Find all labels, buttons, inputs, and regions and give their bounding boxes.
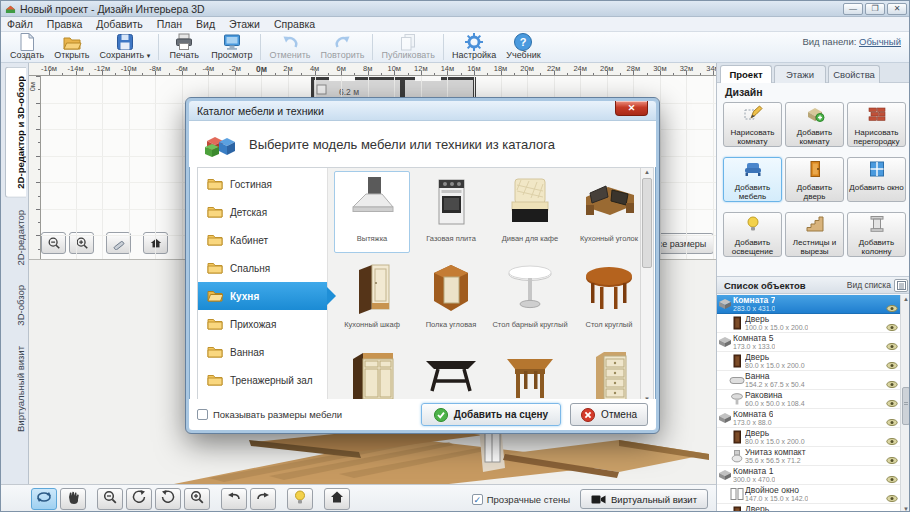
category-Детская[interactable]: Детская — [198, 198, 327, 226]
menu-Файл[interactable]: Файл — [7, 18, 33, 30]
design-draw-partition-button[interactable]: Нарисовать перегородку — [847, 102, 906, 147]
visibility-eye-icon[interactable] — [886, 508, 898, 512]
object-row[interactable]: Ванна 154.2 x 67.5 x 50.4 — [717, 371, 910, 390]
view-tab[interactable]: Виртуальный визит — [5, 338, 26, 440]
view-tab[interactable]: 3D-обзор — [5, 277, 26, 334]
category-Кухня[interactable]: Кухня — [198, 282, 327, 310]
design-section-title: Дизайн — [725, 86, 906, 98]
object-row[interactable]: Унитаз компакт 35.6 x 56.5 x 71.2 — [717, 447, 910, 466]
tool-zoom-in-button[interactable] — [184, 488, 210, 510]
toolbar-preview-button[interactable]: Просмотр — [206, 33, 257, 62]
object-row[interactable]: Комната 1 300.0 x 470.0 — [717, 466, 910, 485]
toolbar-tutorial-button[interactable]: ? Учебник — [501, 33, 545, 62]
category-Кабинет[interactable]: Кабинет — [198, 226, 327, 254]
add-to-scene-button[interactable]: Добавить на сцену — [421, 403, 561, 426]
category-Прихожая[interactable]: Прихожая — [198, 310, 327, 338]
tool-light-button[interactable] — [287, 488, 313, 510]
catalog-item[interactable] — [413, 343, 489, 401]
tool-home-button[interactable] — [324, 488, 350, 510]
folder-icon — [207, 177, 230, 192]
design-add-column-button[interactable]: Добавить колонну — [847, 212, 906, 257]
design-add-room-button[interactable]: Добавить комнату — [785, 102, 844, 147]
toolbar-separator — [158, 34, 159, 60]
menu-Этажи[interactable]: Этажи — [229, 18, 260, 30]
catalog-item[interactable]: Стол барный круглый — [492, 257, 568, 339]
object-row[interactable]: Двойное окно 147.0 x 15.0 x 142.0 — [717, 485, 910, 504]
toolbar-settings-button[interactable]: Настройка — [447, 33, 501, 62]
catalog-item[interactable]: Газовая плита — [413, 171, 489, 253]
catalog-item[interactable]: Кухонный уголок — [571, 171, 647, 253]
object-row[interactable]: Раковина 60.0 x 50.0 x 108.4 — [717, 390, 910, 409]
objects-list: Комната 7 283.0 x 431.0 Дверь 100.0 x 15… — [717, 295, 910, 512]
design-draw-room-button[interactable]: Нарисовать комнату — [723, 102, 782, 147]
items-scrollbar-thumb[interactable] — [642, 178, 652, 268]
catalog-item[interactable]: Кухонный шкаф — [334, 257, 410, 339]
menu-Добавить[interactable]: Добавить — [96, 18, 142, 30]
objects-list-scrollbar[interactable]: ▲ ▼ — [900, 295, 910, 512]
view-tab[interactable]: 2D-редактор — [5, 202, 26, 274]
toolbar-print-button[interactable]: Печать — [162, 33, 206, 62]
cafe-sofa-thumb — [499, 175, 561, 231]
cancel-button[interactable]: Отмена — [570, 403, 648, 426]
tool-zoom-out-button[interactable] — [97, 488, 123, 510]
catalog-item[interactable] — [334, 343, 410, 401]
tab-Этажи[interactable]: Этажи — [774, 65, 826, 83]
design-stairs-button[interactable]: Лестницы и вырезы — [785, 212, 844, 257]
transparent-walls-label: Прозрачные стены — [487, 494, 570, 505]
catalog-item[interactable]: Диван для кафе — [492, 171, 568, 253]
object-row[interactable]: Дверь 80.0 x 15.0 x 200.0 — [717, 428, 910, 447]
restore-button[interactable]: ❐ — [865, 3, 885, 15]
menu-Правка[interactable]: Правка — [47, 18, 82, 30]
tab-Свойства[interactable]: Свойства — [828, 65, 880, 83]
catalog-item[interactable] — [492, 343, 568, 401]
tool-turn-right-button[interactable] — [250, 488, 276, 510]
3d-toolbar: ✓ Прозрачные стены Виртуальный визит — [1, 484, 716, 512]
close-button[interactable]: ✕ — [887, 3, 907, 15]
tool-turn-left-button[interactable] — [221, 488, 247, 510]
toolbar-open-folder-button[interactable]: Открыть — [49, 33, 94, 62]
object-row[interactable]: Дверь 100.0 x 15.0 x 200.0 — [717, 504, 910, 512]
transparent-walls-checkbox[interactable]: ✓ — [472, 494, 483, 505]
view-list-button[interactable] — [894, 279, 908, 292]
category-Тренажерный зал[interactable]: Тренажерный зал — [198, 366, 327, 394]
toolbar-publish-button: Публиковать — [376, 33, 439, 62]
object-row[interactable]: Комната 5 173.0 x 133.0 — [717, 333, 910, 352]
category-Гостиная[interactable]: Гостиная — [198, 170, 327, 198]
catalog-item[interactable]: Стол круглый — [571, 257, 647, 339]
dialog-title-bar[interactable]: Каталог мебели и техники — [189, 101, 656, 121]
menu-Вид[interactable]: Вид — [196, 18, 215, 30]
object-name: Комната 6 — [733, 410, 773, 419]
design-add-door-button[interactable]: Добавить дверь — [785, 157, 844, 202]
scrollbar-thumb[interactable] — [902, 387, 910, 425]
toolbar-save-button[interactable]: Сохранить ▾ — [95, 33, 156, 62]
panel-view-value[interactable]: Обычный — [859, 36, 901, 47]
design-add-window-button[interactable]: Добавить окно — [847, 157, 906, 202]
dialog-close-button[interactable]: ✕ — [615, 101, 648, 116]
tab-Проект[interactable]: Проект — [720, 65, 772, 84]
design-add-furniture-button[interactable]: Добавить мебель — [723, 157, 782, 202]
menu-Справка[interactable]: Справка — [274, 18, 315, 30]
items-scrollbar[interactable]: ▲ ▼ — [640, 168, 653, 401]
tool-orbit-button[interactable] — [31, 488, 57, 510]
object-row[interactable]: Дверь 100.0 x 15.0 x 200.0 — [717, 314, 910, 333]
view-tab[interactable]: 2D-редактор и 3D-обзор — [5, 67, 26, 198]
3d-house-model[interactable] — [149, 426, 716, 484]
catalog-item[interactable]: Вытяжка — [334, 171, 410, 253]
tool-rotate-cw-button[interactable] — [155, 488, 181, 510]
object-row[interactable]: Дверь 80.0 x 15.0 x 200.0 — [717, 352, 910, 371]
object-row[interactable]: Комната 7 283.0 x 431.0 — [717, 295, 910, 314]
design-add-light-button[interactable]: Добавить освещение — [723, 212, 782, 257]
category-Спальня[interactable]: Спальня — [198, 254, 327, 282]
menu-План[interactable]: План — [157, 18, 182, 30]
minimize-button[interactable]: — — [843, 3, 863, 15]
catalog-item[interactable]: Полка угловая — [413, 257, 489, 339]
object-row[interactable]: Комната 6 173.0 x 88.0 — [717, 409, 910, 428]
show-sizes-checkbox[interactable] — [197, 409, 208, 420]
tool-rotate-ccw-button[interactable] — [126, 488, 152, 510]
category-Ванная[interactable]: Ванная — [198, 338, 327, 366]
catalog-item[interactable] — [571, 343, 647, 401]
virtual-visit-button[interactable]: Виртуальный визит — [580, 489, 708, 509]
toolbar-new-document-button[interactable]: Создать — [5, 33, 49, 62]
tool-pan-hand-button[interactable] — [60, 488, 86, 510]
panel-view-selector[interactable]: Вид панели: Обычный — [802, 36, 907, 47]
